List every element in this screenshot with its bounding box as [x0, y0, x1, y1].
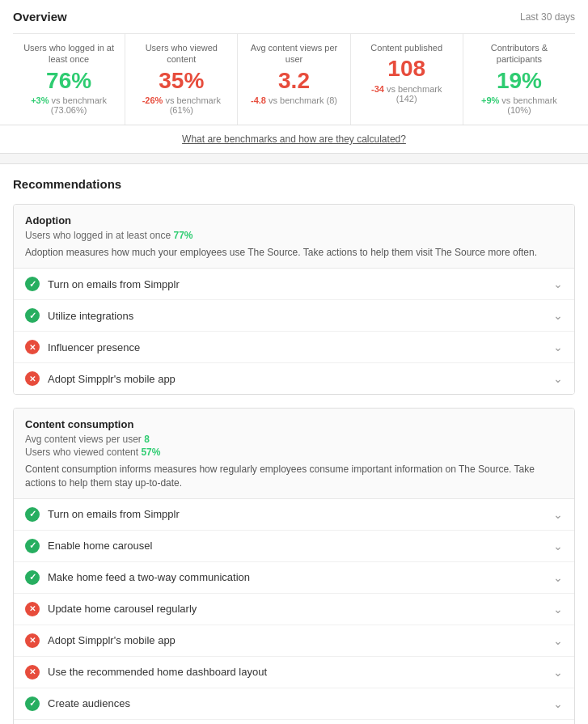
check-icon	[25, 507, 40, 522]
rec-item[interactable]: Make home feed a two-way communication⌄	[14, 562, 574, 594]
check-icon	[25, 308, 40, 323]
stat-cell-3: Content published108-34 vs benchmark (14…	[351, 34, 463, 125]
rec-item[interactable]: Turn on emails from Simpplr⌄	[14, 499, 574, 531]
stat-value: 19%	[473, 69, 565, 94]
card-subtitle-0: Avg content views per user 8	[25, 434, 563, 445]
stat-cell-4: Contributors & participants19%+9% vs ben…	[463, 34, 575, 125]
chevron-down-icon: ⌄	[553, 277, 563, 290]
stat-label: Users who logged in at least once	[23, 42, 115, 66]
card-header-adoption: AdoptionUsers who logged in at least onc…	[14, 205, 574, 269]
rec-item[interactable]: Adopt Simpplr's mobile app⌄	[14, 625, 574, 657]
rec-item-left: Turn on emails from Simpplr	[25, 507, 180, 522]
rec-item-left: Update home carousel regularly	[25, 602, 197, 616]
chevron-down-icon: ⌄	[553, 666, 563, 679]
chevron-down-icon: ⌄	[553, 697, 563, 710]
rec-item[interactable]: Update home carousel regularly⌄	[14, 594, 574, 625]
stats-row: Users who logged in at least once76%+3% …	[13, 33, 575, 125]
rec-item-left: Turn on emails from Simpplr	[25, 277, 180, 291]
stat-benchmark: -26% vs benchmark (61%)	[135, 95, 227, 115]
chevron-down-icon: ⌄	[553, 571, 563, 584]
rec-item[interactable]: Influencer presence⌄	[14, 332, 574, 363]
x-icon	[25, 665, 40, 680]
rec-item[interactable]: Adopt Simpplr's mobile app⌄	[14, 363, 574, 394]
stat-cell-0: Users who logged in at least once76%+3% …	[13, 34, 125, 125]
chevron-down-icon: ⌄	[553, 341, 563, 354]
rec-item-left: Enable home carousel	[25, 539, 152, 553]
stat-benchmark: -4.8 vs benchmark (8)	[247, 95, 340, 105]
x-icon	[25, 633, 40, 648]
recommendations-title: Recommendations	[13, 177, 575, 191]
chevron-down-icon: ⌄	[553, 508, 563, 521]
benchmark-link-row: What are benchmarks and how are they cal…	[0, 125, 588, 154]
recommendations-section: Recommendations AdoptionUsers who logged…	[0, 163, 588, 724]
x-icon	[25, 602, 40, 616]
stat-benchmark: +3% vs benchmark (73.06%)	[23, 95, 115, 115]
card-adoption: AdoptionUsers who logged in at least onc…	[13, 204, 575, 395]
stat-value: 3.2	[247, 69, 340, 94]
rec-item-left: Create audiences	[25, 696, 130, 711]
rec-item[interactable]: Utilize integrations⌄	[14, 300, 574, 332]
rec-item[interactable]: Create audiences⌄	[14, 688, 574, 720]
rec-item-label: Turn on emails from Simpplr	[48, 508, 180, 520]
rec-item-label: Utilize integrations	[48, 310, 133, 322]
rec-item[interactable]: Use the recommended home dashboard layou…	[14, 657, 574, 688]
rec-item-left: Adopt Simpplr's mobile app	[25, 371, 176, 386]
x-icon	[25, 340, 40, 354]
check-icon	[25, 696, 40, 711]
card-title: Content consumption	[25, 418, 563, 430]
stat-benchmark: -34 vs benchmark (142)	[361, 84, 453, 104]
rec-item-label: Make home feed a two-way communication	[48, 571, 250, 583]
overview-header: Overview Last 30 days Users who logged i…	[0, 0, 588, 125]
check-icon	[25, 277, 40, 291]
x-icon	[25, 371, 40, 386]
rec-item-label: Adopt Simpplr's mobile app	[48, 373, 176, 385]
chevron-down-icon: ⌄	[553, 603, 563, 616]
rec-item-left: Adopt Simpplr's mobile app	[25, 633, 176, 648]
card-subtitle-0: Users who logged in at least once 77%	[25, 230, 563, 241]
chevron-down-icon: ⌄	[553, 540, 563, 553]
rec-item[interactable]: Enable home carousel⌄	[14, 531, 574, 562]
benchmark-link[interactable]: What are benchmarks and how are they cal…	[182, 133, 406, 145]
stat-value: 108	[361, 57, 453, 82]
check-icon	[25, 539, 40, 553]
rec-item[interactable]: Turn on emails from Simpplr⌄	[14, 269, 574, 300]
stat-benchmark: +9% vs benchmark (10%)	[473, 95, 565, 115]
card-content-consumption: Content consumptionAvg content views per…	[13, 408, 575, 724]
stat-label: Content published	[361, 42, 453, 53]
rec-item-left: Use the recommended home dashboard layou…	[25, 665, 267, 680]
date-range: Last 30 days	[520, 11, 575, 23]
rec-item-label: Create audiences	[48, 697, 130, 709]
stat-label: Avg content views per user	[247, 42, 340, 66]
card-subtitle-1: Users who viewed content 57%	[25, 447, 563, 458]
overview-title: Overview	[13, 10, 67, 23]
stat-value: 76%	[23, 69, 115, 94]
rec-item-label: Influencer presence	[48, 341, 140, 354]
cards-container: AdoptionUsers who logged in at least onc…	[13, 204, 575, 724]
rec-item-label: Use the recommended home dashboard layou…	[48, 666, 267, 678]
card-header-content-consumption: Content consumptionAvg content views per…	[14, 409, 574, 499]
stat-label: Contributors & participants	[473, 42, 565, 66]
rec-item-left: Utilize integrations	[25, 308, 133, 323]
card-title: Adoption	[25, 214, 563, 227]
stat-label: Users who viewed content	[135, 42, 227, 66]
card-description: Content consumption informs measures how…	[25, 463, 563, 490]
chevron-down-icon: ⌄	[553, 634, 563, 647]
chevron-down-icon: ⌄	[553, 309, 563, 322]
rec-item-left: Make home feed a two-way communication	[25, 570, 250, 585]
stat-cell-1: Users who viewed content35%-26% vs bench…	[125, 34, 238, 125]
rec-item-label: Turn on emails from Simpplr	[48, 278, 180, 290]
rec-item[interactable]: Create subscriptions to sites⌄	[14, 720, 574, 724]
check-icon	[25, 570, 40, 585]
rec-item-left: Influencer presence	[25, 340, 140, 354]
rec-item-label: Enable home carousel	[48, 540, 152, 552]
stat-cell-2: Avg content views per user3.2-4.8 vs ben…	[238, 34, 350, 125]
stat-value: 35%	[135, 69, 227, 94]
card-description: Adoption measures how much your employee…	[25, 246, 563, 260]
rec-item-label: Adopt Simpplr's mobile app	[48, 634, 176, 646]
chevron-down-icon: ⌄	[553, 372, 563, 385]
rec-item-label: Update home carousel regularly	[48, 603, 197, 615]
